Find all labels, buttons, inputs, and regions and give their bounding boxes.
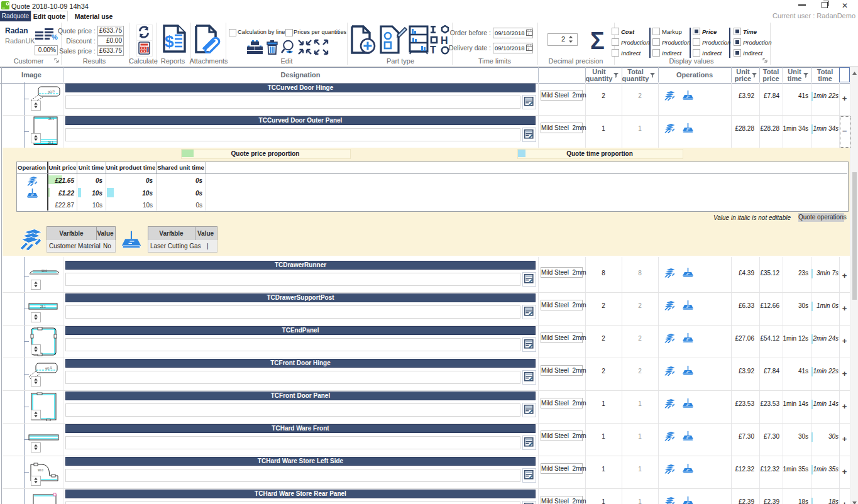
svg-text:7: 7 bbox=[527, 32, 530, 36]
svg-text:90.0: 90.0 bbox=[38, 469, 43, 472]
svg-text:$: $ bbox=[165, 32, 174, 51]
svg-text:90.0: 90.0 bbox=[41, 270, 47, 273]
svg-text:7: 7 bbox=[527, 47, 530, 51]
svg-text:T: T bbox=[430, 45, 436, 55]
svg-text:25.1: 25.1 bbox=[48, 118, 54, 121]
svg-text:25.1: 25.1 bbox=[40, 305, 46, 309]
svg-text:25.1: 25.1 bbox=[48, 141, 53, 145]
